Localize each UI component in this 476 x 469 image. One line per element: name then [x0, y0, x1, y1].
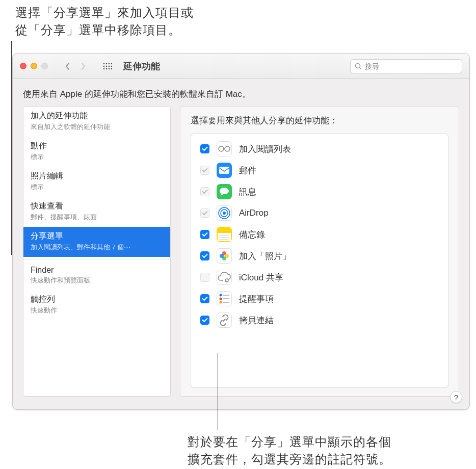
svg-point-31: [220, 294, 222, 297]
svg-point-6: [109, 65, 110, 67]
svg-rect-17: [219, 167, 229, 174]
extension-label: 訊息: [239, 186, 256, 198]
extension-row: AirDrop: [191, 202, 448, 224]
sidebar-item-label: 動作: [31, 141, 163, 151]
extension-checkbox[interactable]: [200, 316, 209, 325]
svg-rect-21: [218, 233, 231, 241]
svg-point-0: [103, 63, 105, 64]
mail-icon: [217, 163, 232, 178]
search-input[interactable]: [365, 62, 458, 70]
callout-bottom: 對於要在「分享」選單中顯示的各個擴充套件，勾選其旁邊的註記符號。: [188, 433, 391, 467]
sidebar: 加入的延伸功能 來自加入之軟體的延伸功能 動作 標示 照片編輯 標示 快速查看 …: [23, 106, 171, 397]
icloud-share-icon: +: [217, 270, 232, 285]
svg-point-3: [111, 63, 112, 64]
sidebar-item-label: 加入的延伸功能: [31, 111, 163, 121]
sidebar-item-added-extensions[interactable]: 加入的延伸功能 來自加入之軟體的延伸功能: [23, 107, 170, 137]
extension-label: AirDrop: [239, 208, 269, 218]
sidebar-item-sub: 快速動作: [31, 306, 163, 315]
extension-row: 備忘錄: [191, 224, 448, 245]
svg-point-20: [223, 212, 226, 215]
extension-label: 拷貝連結: [239, 315, 274, 326]
extensions-list: 加入閱讀列表郵件訊息AirDrop備忘錄加入「照片」+iCloud 共享提醒事項…: [191, 134, 448, 388]
extension-checkbox[interactable]: [200, 294, 209, 303]
svg-point-28: [220, 254, 224, 258]
extension-label: 加入閱讀列表: [239, 143, 291, 155]
search-field[interactable]: [350, 59, 462, 73]
sidebar-item-sub: 標示: [31, 152, 163, 162]
sidebar-item-photo-editing[interactable]: 照片編輯 標示: [23, 167, 170, 197]
forward-button[interactable]: [75, 60, 91, 72]
sidebar-item-sub: 來自加入之軟體的延伸功能: [31, 122, 163, 132]
extension-row: 訊息: [191, 181, 448, 202]
zoom-button: [41, 63, 48, 69]
svg-point-2: [109, 63, 110, 64]
extension-checkbox: [200, 209, 209, 218]
search-icon: [355, 63, 362, 70]
callout-line: [11, 41, 12, 255]
extension-label: 加入「照片」: [239, 250, 291, 262]
help-button[interactable]: ?: [450, 391, 462, 403]
callout-top: 選擇「分享選單」來加入項目或從「分享」選單中移除項目。: [15, 4, 194, 38]
traffic-lights: [20, 63, 48, 69]
sidebar-item-sub: 標示: [31, 183, 163, 192]
nav-buttons: [60, 60, 91, 72]
sidebar-item-share-menu[interactable]: 分享選單 加入閱讀列表、郵件和其他 7 個⋯: [23, 227, 170, 257]
svg-point-8: [103, 68, 105, 69]
extension-row: 郵件: [191, 160, 448, 181]
sidebar-item-label: Finder: [31, 266, 163, 275]
extension-row: +iCloud 共享: [191, 267, 448, 288]
svg-point-1: [106, 63, 108, 64]
sidebar-item-label: 分享選單: [31, 231, 163, 242]
svg-point-10: [109, 68, 110, 69]
extension-label: 備忘錄: [239, 229, 265, 241]
extension-row: 加入閱讀列表: [191, 138, 448, 160]
messages-icon: [217, 184, 232, 199]
sidebar-item-actions[interactable]: 動作 標示: [23, 137, 170, 167]
svg-point-35: [220, 301, 222, 304]
sidebar-item-sub: 郵件、提醒事項、錶面: [31, 213, 163, 222]
titlebar: 延伸功能: [13, 54, 469, 79]
minimize-button[interactable]: [31, 63, 37, 69]
svg-point-33: [220, 298, 222, 300]
extension-label: 提醒事項: [239, 293, 274, 305]
subtitle: 使用來自 Apple 的延伸功能和您已安裝的軟體來自訂 Mac。: [13, 79, 469, 106]
content-area: 加入的延伸功能 來自加入之軟體的延伸功能 動作 標示 照片編輯 標示 快速查看 …: [13, 106, 469, 406]
sidebar-item-label: 照片編輯: [31, 171, 163, 181]
extension-checkbox[interactable]: [200, 144, 209, 153]
window-title: 延伸功能: [123, 60, 160, 72]
svg-point-15: [225, 146, 230, 151]
svg-text:+: +: [226, 279, 228, 282]
extension-checkbox: [200, 187, 209, 196]
glasses-icon: [217, 141, 232, 157]
callout-line: [218, 353, 218, 430]
main-panel: 選擇要用來與其他人分享的延伸功能： 加入閱讀列表郵件訊息AirDrop備忘錄加入…: [180, 106, 459, 397]
svg-point-12: [356, 63, 360, 68]
main-title: 選擇要用來與其他人分享的延伸功能：: [191, 115, 448, 126]
extension-checkbox[interactable]: [200, 230, 209, 239]
svg-point-5: [106, 65, 108, 67]
show-all-button[interactable]: [100, 60, 115, 72]
sidebar-item-sub: 加入閱讀列表、郵件和其他 7 個⋯: [31, 243, 163, 252]
svg-point-14: [219, 146, 224, 151]
extension-checkbox: [200, 166, 209, 175]
reminders-icon: [217, 291, 232, 306]
svg-point-7: [111, 65, 112, 67]
sidebar-item-label: 觸控列: [31, 294, 163, 305]
divider: [23, 259, 170, 259]
close-button[interactable]: [20, 63, 27, 69]
preferences-window: 延伸功能 使用來自 Apple 的延伸功能和您已安裝的軟體來自訂 Mac。 加入…: [12, 53, 470, 410]
svg-point-9: [106, 68, 108, 69]
sidebar-item-quick-look[interactable]: 快速查看 郵件、提醒事項、錶面: [23, 197, 170, 227]
sidebar-item-sub: 快速動作和預覽面板: [31, 276, 163, 285]
extension-row: 提醒事項: [191, 288, 448, 309]
notes-icon: [217, 227, 232, 242]
svg-point-4: [103, 65, 105, 67]
sidebar-item-label: 快速查看: [31, 201, 163, 212]
extension-checkbox[interactable]: [200, 251, 209, 260]
sidebar-item-touchbar[interactable]: 觸控列 快速動作: [23, 290, 170, 320]
sidebar-item-finder[interactable]: Finder 快速動作和預覽面板: [23, 262, 170, 290]
link-icon: [217, 312, 232, 328]
extension-label: 郵件: [239, 165, 256, 176]
back-button[interactable]: [60, 60, 75, 72]
extension-checkbox: [200, 273, 209, 282]
